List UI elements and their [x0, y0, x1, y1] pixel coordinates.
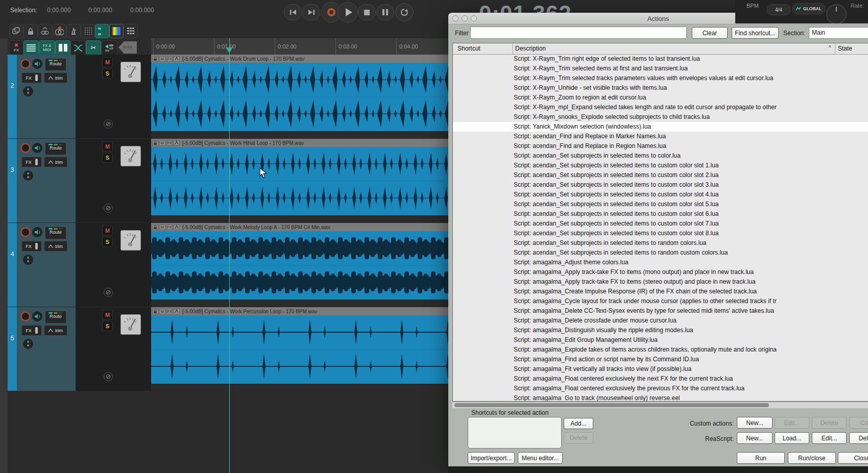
phase-invert-button[interactable]: ⊘ [104, 372, 113, 381]
action-row[interactable]: Script: amagalma_Explode takes of items … [453, 345, 868, 355]
trim-button[interactable]: trim [44, 157, 67, 167]
repeat-button[interactable] [395, 3, 414, 21]
go-to-end-button[interactable] [302, 4, 320, 20]
action-row[interactable]: Script: X-Raym_Unhide - set visible trac… [453, 83, 868, 93]
time-signature-button[interactable]: 4/4 [767, 4, 790, 15]
track-select-strip[interactable]: 4 [8, 223, 17, 307]
track-select-strip[interactable]: 2 [8, 55, 17, 138]
fx-button[interactable]: FX [21, 325, 42, 336]
import-export-button[interactable]: Import/export... [468, 452, 515, 464]
mixer-lanes-button[interactable] [23, 40, 39, 55]
action-row[interactable]: Script: amagalma_Go to track (mousewheel… [453, 393, 868, 401]
route-button[interactable]: Route [45, 311, 66, 323]
action-row[interactable]: Script: amagalma_Find action or script n… [453, 355, 868, 364]
global-automation-button[interactable]: GLOBAL [792, 3, 825, 14]
action-row[interactable]: Script: acendan_Set subprojects in selec… [453, 248, 868, 258]
reascript-delete-button[interactable]: Delete [849, 432, 868, 444]
action-row[interactable]: Script: amagalma_Float centered exclusiv… [453, 374, 868, 384]
action-row[interactable]: Script: X-Raym_Trim selected items at fi… [453, 64, 868, 73]
run-button[interactable]: Run [737, 452, 785, 464]
shortcut-listbox[interactable] [468, 417, 562, 449]
filter-input[interactable] [470, 27, 687, 39]
route-button[interactable]: Route [45, 227, 66, 239]
phase-invert-button[interactable]: ⊘ [104, 288, 113, 297]
column-divider[interactable] [513, 43, 513, 54]
track-select-strip[interactable]: 3 [8, 139, 17, 222]
fx-button[interactable]: FX [21, 241, 42, 252]
action-row[interactable]: Script: acendan_Set subprojects in selec… [453, 209, 868, 219]
action-row[interactable]: Script: acendan_Set subprojects in selec… [453, 161, 868, 170]
solo-button[interactable]: S [102, 153, 113, 163]
track-menu-button[interactable] [23, 339, 33, 349]
action-row[interactable]: Script: amagalma_Fit vertically all trac… [453, 364, 868, 374]
item-lock-icon[interactable] [152, 140, 158, 146]
reascript-edit-button[interactable]: Edit... [812, 432, 847, 444]
action-row[interactable]: Script: acendan_Set subprojects in selec… [453, 151, 868, 161]
trim-button[interactable]: trim [44, 325, 67, 336]
track-menu-button[interactable] [23, 86, 33, 96]
record-monitor-button[interactable] [32, 227, 42, 237]
section-dropdown[interactable]: Main [809, 27, 868, 39]
action-row[interactable]: Script: acendan_Set subprojects in selec… [453, 238, 868, 248]
clear-button[interactable]: Clear [692, 27, 728, 39]
action-row[interactable]: Script: amagalma_Cycle layout for track … [453, 296, 868, 306]
theme-color-button[interactable] [109, 24, 124, 38]
item-mute-flag[interactable]: M [159, 309, 165, 314]
item-envelope-icon[interactable] [174, 309, 180, 314]
horizontal-scrollbar[interactable] [452, 402, 868, 408]
custom-delete-button[interactable]: Delete [812, 417, 847, 429]
envelope-points-button[interactable] [52, 24, 66, 38]
item-envelope-icon[interactable] [174, 56, 180, 62]
action-row[interactable]: Script: X-Raym_snooks_Explode selected s… [453, 112, 868, 122]
mute-button[interactable]: M [102, 57, 113, 67]
reascript-load-button[interactable]: Load... [775, 432, 809, 444]
item-fx-flag[interactable]: FX [166, 225, 173, 230]
phase-invert-button[interactable]: ⊘ [104, 119, 113, 129]
item-mute-flag[interactable]: M [159, 225, 165, 230]
action-row[interactable]: Script: acendan_Find and Replace in Regi… [453, 141, 868, 151]
action-row[interactable]: Script: amagalma_Adjust theme colors.lua [453, 258, 868, 267]
close-button[interactable]: Close [838, 452, 868, 464]
rate-knob[interactable] [826, 4, 847, 23]
action-row[interactable]: Script: amagalma_Create Impulse Response… [453, 287, 868, 296]
fx-button[interactable]: FX [21, 157, 42, 167]
fx-button[interactable]: FX [21, 72, 42, 83]
list-header[interactable]: Shortcut Description ^ State [453, 43, 868, 55]
custom-new-button[interactable]: New... [737, 417, 773, 429]
fx-midi-button[interactable]: FX & MIDI [39, 40, 55, 55]
go-to-start-button[interactable] [284, 4, 302, 20]
snap-toggle-button[interactable] [95, 24, 109, 38]
delete-shortcut-button[interactable]: Delete [564, 432, 593, 443]
pause-button[interactable] [376, 4, 394, 20]
mute-button[interactable]: M [102, 226, 113, 236]
action-row[interactable]: Script: amagalma_Float centered exclusiv… [453, 384, 868, 393]
action-row[interactable]: Script: acendan_Set subprojects in selec… [453, 190, 868, 200]
action-row[interactable]: Script: amagalma_Edit Group Management U… [453, 335, 868, 345]
play-button[interactable] [337, 2, 358, 22]
route-button[interactable]: Route [45, 142, 66, 155]
stop-button[interactable] [358, 4, 376, 20]
record-monitor-button[interactable] [32, 311, 42, 321]
item-envelope-icon[interactable] [174, 225, 180, 230]
record-arm-button[interactable] [20, 227, 31, 237]
item-mute-flag[interactable]: M [159, 56, 165, 62]
lock-button[interactable] [23, 24, 38, 38]
record-arm-button[interactable] [20, 311, 31, 321]
grid-button[interactable] [81, 24, 95, 38]
action-row[interactable]: Script: amagalma_Delete CC-Text-Sysex ev… [453, 306, 868, 316]
item-envelope-icon[interactable] [174, 140, 180, 146]
item-mute-flag[interactable]: M [159, 140, 165, 146]
solo-button[interactable]: S [102, 321, 113, 331]
split-button[interactable] [55, 40, 70, 55]
record-monitor-button[interactable] [32, 143, 42, 153]
action-row[interactable]: Script: amagalma_Distinguish visually th… [453, 326, 868, 335]
action-row[interactable]: Script: X-Raym_Trim selected tracks para… [453, 73, 868, 83]
action-row[interactable]: Script: amagalma_Apply track-take FX to … [453, 267, 868, 277]
action-row[interactable]: Script: acendan_Set subprojects in selec… [453, 200, 868, 209]
item-fx-flag[interactable]: FX [166, 56, 173, 62]
custom-copy-button[interactable]: Copy [849, 417, 868, 429]
selection-start[interactable]: 0:00.000 [47, 7, 71, 14]
action-list[interactable]: Shortcut Description ^ State Script: X-R… [452, 43, 868, 402]
mute-button[interactable]: M [102, 310, 113, 320]
auto-trim-button[interactable]: ✂ [86, 40, 101, 55]
